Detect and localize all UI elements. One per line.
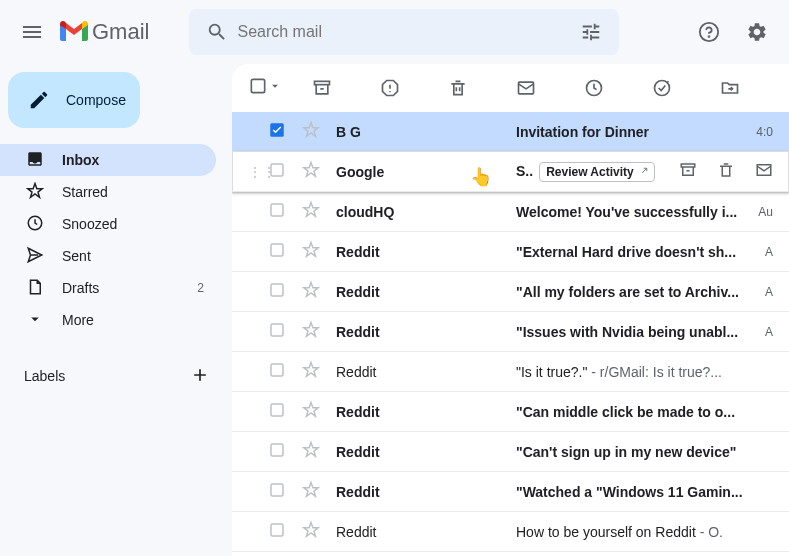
spam-icon [380,78,400,98]
row-checkbox[interactable] [268,241,288,262]
compose-button[interactable]: Compose [8,72,140,128]
compose-label: Compose [66,92,126,108]
main-menu-button[interactable] [8,8,56,56]
help-icon [698,21,720,43]
row-checkbox[interactable] [268,201,288,222]
svg-rect-23 [271,524,283,536]
clock-icon [584,78,604,98]
drag-handle-icon[interactable]: ⋮⋮ [248,164,268,180]
star-button[interactable] [302,441,322,462]
star-icon [302,281,320,299]
sidebar-item-more[interactable]: More [0,304,216,336]
svg-rect-3 [251,79,264,92]
move-to-button[interactable] [710,68,750,108]
search-input[interactable] [237,23,571,41]
row-checkbox[interactable] [268,521,288,542]
star-button[interactable] [302,401,322,422]
email-subject: "All my folders are set to Archiv... [516,284,753,300]
star-icon [302,201,320,219]
svg-rect-17 [271,284,283,296]
inbox-content: 1–15 of ⋮⋮ B G Invitation for Dinner 4:0… [232,64,789,556]
star-button[interactable] [302,241,322,262]
search-options-button[interactable] [571,12,611,52]
row-delete[interactable] [717,161,735,182]
star-icon [26,182,44,203]
email-subject: Welcome! You've successfully i... [516,204,746,220]
email-row[interactable]: ⋮⋮ Reddit "Issues with Nvidia being unab… [232,312,789,352]
snooze-button[interactable] [574,68,614,108]
gmail-logo[interactable]: Gmail [60,19,149,45]
report-spam-button[interactable] [370,68,410,108]
nav-label: Sent [62,248,91,264]
archive-button[interactable] [302,68,342,108]
email-subject: "Is it true?." - r/GMail: Is it true?... [516,364,761,380]
add-label-button[interactable] [190,365,210,388]
more-icon [26,310,44,331]
row-checkbox[interactable] [268,401,288,422]
plus-icon [190,365,210,385]
email-row[interactable]: ⋮⋮ cloudHQ Welcome! You've successfully … [232,192,789,232]
email-sender: cloudHQ [336,204,516,220]
hamburger-icon [20,20,44,44]
sidebar-item-inbox[interactable]: Inbox [0,144,216,176]
email-time: A [765,325,773,339]
row-checkbox[interactable] [268,281,288,302]
search-icon [197,21,237,43]
star-button[interactable] [302,201,322,222]
add-task-button[interactable] [642,68,682,108]
labels-button[interactable] [778,68,789,108]
email-row[interactable]: ⋮⋮ Reddit "External Hard drive doesn't s… [232,232,789,272]
email-row[interactable]: ⋮⋮ Reddit "Is it true?." - r/GMail: Is i… [232,352,789,392]
email-subject: Invitation for Dinner [516,124,744,140]
row-checkbox[interactable] [268,161,288,182]
caret-down-icon [268,79,282,93]
star-icon [302,481,320,499]
email-row[interactable]: ⋮⋮ Reddit "Can't sign up in my new devic… [232,432,789,472]
support-button[interactable] [689,12,729,52]
row-checkbox[interactable] [268,441,288,462]
row-checkbox[interactable] [268,121,288,142]
search-bar[interactable] [189,9,619,55]
row-archive[interactable] [679,161,697,182]
nav-label: Snoozed [62,216,117,232]
star-icon [302,161,320,179]
sidebar-item-snoozed[interactable]: Snoozed [0,208,216,240]
star-button[interactable] [302,481,322,502]
delete-button[interactable] [438,68,478,108]
mail-icon [516,78,536,98]
sidebar-item-drafts[interactable]: Drafts2 [0,272,216,304]
row-checkbox[interactable] [268,361,288,382]
svg-rect-21 [271,444,283,456]
email-row[interactable]: ⋮⋮ Reddit "Watched a "Windows 11 Gamin..… [232,472,789,512]
settings-button[interactable] [737,12,777,52]
pencil-icon [28,89,50,111]
labels-header: Labels [24,368,65,384]
star-button[interactable] [302,521,322,542]
email-row[interactable]: ⋮⋮ Reddit "Can middle click be made to o… [232,392,789,432]
svg-rect-18 [271,324,283,336]
star-button[interactable] [302,121,322,142]
star-button[interactable] [302,281,322,302]
email-subject: "Can middle click be made to o... [516,404,761,420]
star-button[interactable] [302,321,322,342]
nav-label: Drafts [62,280,99,296]
row-mark-unread[interactable] [755,161,773,182]
star-icon [302,441,320,459]
row-checkbox[interactable] [268,481,288,502]
email-row[interactable]: ⋮⋮ Google S..Review Activity [232,152,789,192]
email-row[interactable]: ⋮⋮ Reddit How to be yourself on Reddit -… [232,512,789,552]
star-button[interactable] [302,361,322,382]
svg-rect-16 [271,244,283,256]
select-dropdown[interactable] [268,79,282,97]
review-chip[interactable]: Review Activity [539,162,655,182]
star-button[interactable] [302,161,322,182]
row-checkbox[interactable] [268,321,288,342]
email-row[interactable]: ⋮⋮ Reddit "All my folders are set to Arc… [232,272,789,312]
select-all-checkbox[interactable] [248,76,268,100]
mark-unread-button[interactable] [506,68,546,108]
tune-icon [580,21,602,43]
email-subject: "Can't sign up in my new device" [516,444,761,460]
sidebar-item-starred[interactable]: Starred [0,176,216,208]
sidebar-item-sent[interactable]: Sent [0,240,216,272]
email-row[interactable]: ⋮⋮ B G Invitation for Dinner 4:0 [232,112,789,152]
